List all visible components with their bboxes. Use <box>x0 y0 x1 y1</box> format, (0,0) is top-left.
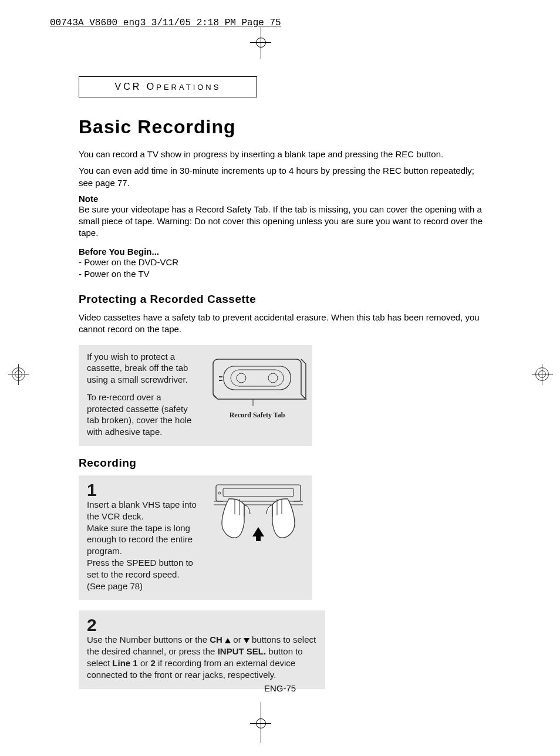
protect-box-p2: To re-record over a protected cassette (… <box>87 392 197 438</box>
step-1-line-1: Insert a blank VHS tape into the VCR dec… <box>87 499 197 522</box>
svg-marker-14 <box>252 527 264 541</box>
before-you-begin-label: Before You Begin... <box>79 247 490 256</box>
svg-rect-0 <box>213 359 301 398</box>
recording-heading: Recording <box>79 457 490 470</box>
before-you-begin-list: - Power on the DVD-VCR - Power on the TV <box>79 256 490 281</box>
triangle-down-icon <box>244 638 249 643</box>
step-2-number: 2 <box>87 616 317 634</box>
registration-mark-right-icon <box>532 364 553 385</box>
insert-tape-illustration-icon <box>205 481 311 552</box>
cassette-caption: Record Safety Tab <box>230 411 285 420</box>
before-item-1: - Power on the DVD-VCR <box>79 256 490 268</box>
step-1-number: 1 <box>87 481 197 499</box>
step-2-box: 2 Use the Number buttons or the CH or bu… <box>79 610 325 689</box>
step-2-line2: 2 <box>150 658 155 668</box>
protect-box-p1: If you wish to protect a cassette, break… <box>87 351 197 386</box>
step-1-box: 1 Insert a blank VHS tape into the VCR d… <box>79 475 312 600</box>
page-number: ENG-75 <box>0 683 560 693</box>
note-body: Be sure your videotape has a Record Safe… <box>79 204 490 239</box>
section-label-rest: PERATIONS <box>156 83 221 92</box>
page-title: Basic Recording <box>79 116 490 138</box>
registration-mark-left-icon <box>8 364 29 385</box>
before-item-2: - Power on the TV <box>79 268 490 280</box>
note-label: Note <box>79 194 490 204</box>
triangle-up-icon <box>225 638 231 643</box>
intro-line-1: You can record a TV show in progress by … <box>79 148 490 160</box>
crop-mark-bottom-icon <box>254 702 268 743</box>
section-label-main: VCR O <box>115 82 157 92</box>
section-label: VCR OPERATIONS <box>79 76 257 97</box>
step-1-line-4: (See page 78) <box>87 580 197 592</box>
step-2-line1: Line 1 <box>112 658 137 668</box>
step-2-input-sel: INPUT SEL. <box>218 646 266 656</box>
intro-line-2: You can even add time in 30-minute incre… <box>79 165 490 189</box>
step-2-or2: or <box>138 658 151 668</box>
step-1-line-2: Make sure the tape is long enough to rec… <box>87 522 197 557</box>
step-2-ch: CH <box>210 635 222 644</box>
protecting-heading: Protecting a Recorded Cassette <box>79 293 490 306</box>
crop-mark-top-icon <box>254 21 268 52</box>
protecting-body: Video cassettes have a safety tab to pre… <box>79 312 490 336</box>
cassette-illustration-icon <box>207 351 307 410</box>
protect-cassette-box: If you wish to protect a cassette, break… <box>79 345 312 447</box>
print-header-text: 00743A V8600_eng3 3/11/05 2:18 PM Page 7… <box>50 18 281 28</box>
step-2-body: Use the Number buttons or the CH or butt… <box>87 634 317 680</box>
step-2-or: or <box>231 635 244 644</box>
step-2-pre: Use the Number buttons or the <box>87 635 210 644</box>
step-1-line-3: Press the SPEED button to set to the rec… <box>87 557 197 580</box>
